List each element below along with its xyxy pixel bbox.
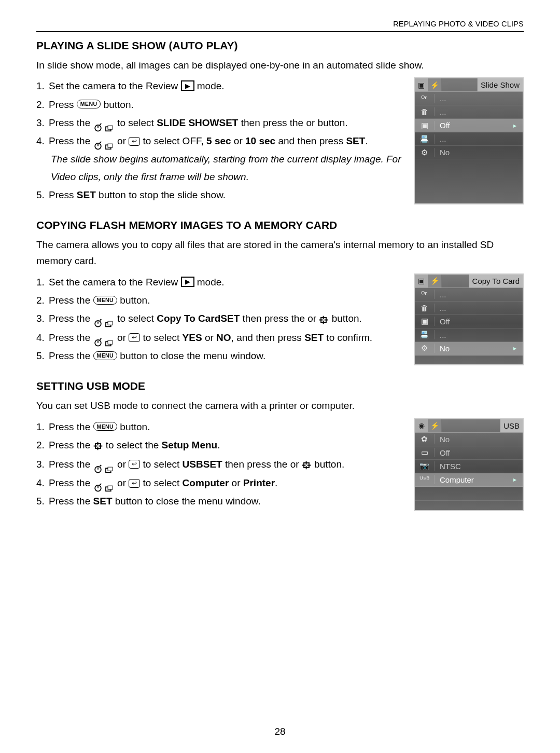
lcd-row: 📇... (415, 328, 523, 342)
section-intro: In slide show mode, all images can be di… (36, 57, 524, 73)
step: 1.Press the MENU button. (36, 418, 404, 435)
flash-icon: ⯐ (319, 311, 329, 328)
lcd-row-icon: 🗑 (415, 107, 435, 116)
lcd-row-icon: 📇 (415, 330, 435, 339)
step-list: 1.Press the MENU button.2.Press the ⯐ to… (36, 418, 404, 510)
page-number: 28 (0, 726, 560, 737)
section-title: PLAYING A SLIDE SHOW (AUTO PLAY) (36, 39, 524, 52)
timer-icon (93, 480, 103, 489)
menu-button-icon: MENU (93, 351, 118, 360)
lcd-row-value: No (435, 148, 523, 157)
timer-icon (93, 120, 103, 129)
section-intro: You can set USB mode to connect the came… (36, 398, 524, 414)
lcd-row: ▣Off▸ (415, 119, 523, 132)
lcd-arrow-icon: ▸ (513, 345, 523, 352)
burst-icon (105, 316, 115, 324)
step: 5.Press SET button to stop the slide sho… (36, 186, 404, 203)
flash-icon: ⯐ (302, 457, 312, 474)
lcd-row-value: ... (435, 290, 523, 299)
step-list: 1.Set the camera to the Review ▶ mode.2.… (36, 77, 404, 203)
svg-rect-11 (108, 322, 112, 325)
lcd-tabs: ▣⚡Slide Show (415, 78, 523, 92)
step: 4.Press the or ↩ to select Computer or P… (36, 474, 404, 491)
svg-rect-3 (108, 126, 112, 129)
svg-rect-19 (108, 467, 112, 470)
menu-button-icon: MENU (93, 296, 118, 305)
section-title: COPYING FLASH MEMORY IMAGES TO A MEMORY … (36, 219, 524, 231)
burst-icon (105, 120, 115, 129)
lcd-row-value: Computer (435, 475, 513, 484)
burst-icon (105, 139, 115, 147)
lcd-tab: ◉ (415, 419, 428, 432)
lcd-row-value: ... (435, 134, 523, 143)
timer-icon (93, 316, 103, 325)
lcd-mockup: ▣⚡Copy To Cardᴼⁿ...🗑...▣Off📇...⚙No▸ (414, 273, 524, 366)
flash-icon: ⯐ (93, 437, 103, 455)
lcd-row: 🗑... (415, 105, 523, 119)
lcd-row-icon: ᵁˢᴮ (415, 475, 435, 484)
lcd-row: ✿No (415, 433, 523, 446)
lcd-row-icon: ▣ (415, 121, 435, 130)
step: 3.Press the to select Copy To CardSET th… (36, 310, 404, 328)
return-icon: ↩ (129, 333, 140, 342)
burst-icon (105, 335, 115, 344)
lcd-row-icon: ▣ (415, 317, 435, 326)
lcd-arrow-icon: ▸ (513, 122, 523, 129)
lcd-tab: ⚡ (428, 78, 442, 91)
burst-icon (105, 462, 115, 470)
lcd-row-value: ... (435, 304, 523, 312)
lcd-tab: ⚡ (428, 275, 442, 287)
menu-button-icon: MENU (77, 100, 101, 108)
lcd-row-icon: ▭ (415, 448, 435, 457)
lcd-tab: ⚡ (428, 419, 442, 432)
lcd-row-icon: ✿ (415, 434, 435, 444)
svg-rect-23 (108, 486, 112, 489)
header-rule (36, 31, 524, 32)
menu-button-icon: MENU (93, 422, 118, 431)
lcd-menu-title: USB (500, 419, 523, 432)
lcd-tabs: ◉⚡USB (415, 419, 523, 433)
lcd-row-value: Off (435, 121, 513, 130)
lcd-row: ⚙No (415, 146, 523, 159)
return-icon: ↩ (129, 460, 140, 469)
timer-icon (93, 138, 103, 147)
lcd-row: ▣Off (415, 315, 523, 328)
step: 2.Press MENU button. (36, 96, 404, 113)
lcd-menu-title: Slide Show (477, 78, 523, 91)
svg-rect-15 (108, 340, 112, 344)
step: 3.Press the or ↩ to select USBSET then p… (36, 456, 404, 474)
lcd-menu-title: Copy To Card (469, 275, 523, 287)
svg-rect-7 (108, 144, 112, 147)
step: 1.Set the camera to the Review ▶ mode. (36, 273, 404, 291)
section-intro: The camera allows you to copy all files … (36, 237, 524, 269)
lcd-row-value: No (435, 344, 513, 353)
lcd-mockup: ▣⚡Slide Showᴼⁿ...🗑...▣Off▸📇...⚙No (414, 77, 524, 204)
lcd-row: 📷NTSC (415, 460, 523, 473)
lcd-row: ⚙No▸ (415, 342, 523, 355)
review-icon: ▶ (181, 80, 194, 91)
step: 4.Press the or ↩ to select OFF, 5 sec or… (36, 132, 404, 149)
lcd-row-icon: 🗑 (415, 304, 435, 312)
lcd-arrow-icon: ▸ (513, 476, 523, 483)
lcd-row: ᴼⁿ... (415, 92, 523, 105)
step: 5.Press the SET button to close the menu… (36, 492, 404, 510)
lcd-row-icon: 📇 (415, 134, 435, 144)
lcd-row-value: ... (435, 107, 523, 116)
lcd-row-value: NTSC (435, 462, 523, 471)
lcd-tabs: ▣⚡Copy To Card (415, 275, 523, 288)
lcd-row-icon: ᴼⁿ (415, 290, 435, 299)
return-icon: ↩ (129, 137, 140, 146)
step-list: 1.Set the camera to the Review ▶ mode.2.… (36, 273, 404, 365)
lcd-row-value: ... (435, 94, 523, 103)
lcd-row-value: No (435, 435, 523, 444)
lcd-row: ▭Off (415, 446, 523, 460)
lcd-row-icon: ᴼⁿ (415, 94, 435, 103)
lcd-row-value: Off (435, 448, 523, 457)
burst-icon (105, 481, 115, 489)
step: 3.Press the to select SLIDE SHOWSET then… (36, 114, 404, 131)
lcd-row-icon: ⚙ (415, 148, 435, 157)
lcd-row-icon: ⚙ (415, 344, 435, 353)
step: 1.Set the camera to the Review ▶ mode. (36, 77, 404, 94)
lcd-row: 📇... (415, 132, 523, 146)
step: 5.Press the MENU button to close the men… (36, 347, 404, 364)
